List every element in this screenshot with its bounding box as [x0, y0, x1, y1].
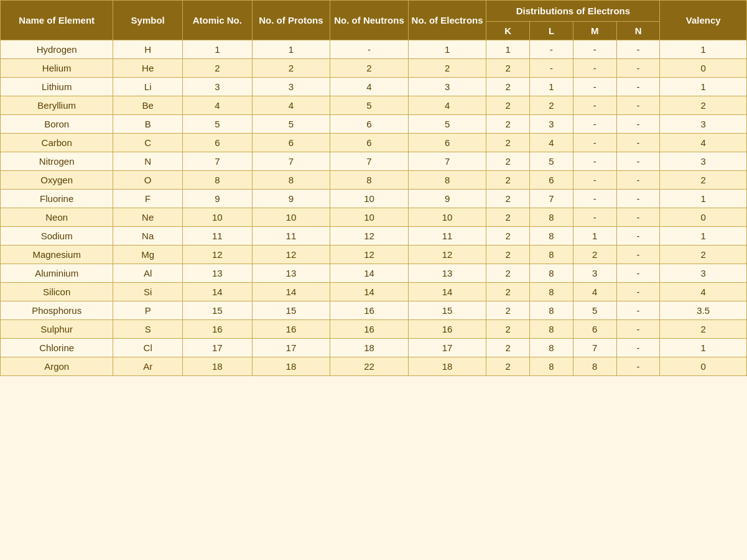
- cell-protons: 12: [252, 246, 330, 264]
- cell-atomic: 1: [183, 40, 253, 59]
- header-k: K: [486, 22, 530, 40]
- cell-k: 2: [486, 208, 530, 227]
- table-row: ChlorineCl17171817287-1: [1, 339, 747, 357]
- cell-valency: 0: [660, 59, 747, 78]
- cell-name: Fluorine: [1, 190, 113, 208]
- cell-electrons: 5: [408, 115, 486, 134]
- cell-symbol: Be: [113, 96, 183, 115]
- header-atomic-no: Atomic No.: [183, 1, 253, 40]
- cell-valency: 0: [660, 208, 747, 227]
- table-row: PhosphorusP15151615285-3.5: [1, 301, 747, 320]
- cell-electrons: 16: [408, 320, 486, 339]
- cell-n: -: [616, 339, 660, 357]
- cell-name: Neon: [1, 208, 113, 227]
- cell-m: -: [573, 190, 616, 208]
- cell-neutrons: 2: [330, 59, 409, 78]
- cell-electrons: 15: [408, 301, 486, 320]
- table-row: HydrogenH11-11---1: [1, 40, 747, 59]
- cell-atomic: 6: [183, 134, 253, 152]
- cell-atomic: 8: [183, 171, 253, 190]
- cell-symbol: Ar: [113, 357, 183, 376]
- cell-name: Magnesium: [1, 246, 113, 264]
- header-protons: No. of Protons: [252, 1, 330, 40]
- cell-l: 5: [530, 152, 573, 171]
- cell-n: -: [616, 40, 660, 59]
- cell-symbol: H: [113, 40, 183, 59]
- cell-m: -: [573, 59, 616, 78]
- cell-symbol: O: [113, 171, 183, 190]
- cell-protons: 16: [252, 320, 330, 339]
- cell-electrons: 7: [408, 152, 486, 171]
- cell-k: 2: [486, 357, 530, 376]
- cell-valency: 3: [660, 152, 747, 171]
- cell-m: 3: [573, 264, 616, 283]
- cell-valency: 4: [660, 283, 747, 301]
- cell-neutrons: 14: [330, 283, 409, 301]
- cell-l: 8: [530, 301, 573, 320]
- cell-m: -: [573, 134, 616, 152]
- cell-k: 2: [486, 59, 530, 78]
- cell-name: Lithium: [1, 78, 113, 96]
- cell-m: 6: [573, 320, 616, 339]
- cell-name: Phosphorus: [1, 301, 113, 320]
- cell-atomic: 13: [183, 264, 253, 283]
- cell-k: 2: [486, 115, 530, 134]
- elements-table: Name of Element Symbol Atomic No. No. of…: [0, 0, 747, 376]
- cell-protons: 15: [252, 301, 330, 320]
- cell-protons: 4: [252, 96, 330, 115]
- cell-symbol: P: [113, 301, 183, 320]
- cell-k: 2: [486, 301, 530, 320]
- cell-n: -: [616, 227, 660, 246]
- cell-valency: 1: [660, 190, 747, 208]
- cell-protons: 6: [252, 134, 330, 152]
- cell-m: -: [573, 208, 616, 227]
- cell-neutrons: 12: [330, 227, 409, 246]
- cell-l: 8: [530, 283, 573, 301]
- cell-k: 2: [486, 283, 530, 301]
- cell-name: Nitrogen: [1, 152, 113, 171]
- cell-name: Aluminium: [1, 264, 113, 283]
- table-row: OxygenO888826--2: [1, 171, 747, 190]
- cell-k: 2: [486, 134, 530, 152]
- cell-valency: 4: [660, 134, 747, 152]
- cell-k: 2: [486, 171, 530, 190]
- cell-l: -: [530, 40, 573, 59]
- cell-l: 4: [530, 134, 573, 152]
- cell-atomic: 7: [183, 152, 253, 171]
- cell-n: -: [616, 134, 660, 152]
- table-row: MagnesiumMg12121212282-2: [1, 246, 747, 264]
- table-row: NitrogenN777725--3: [1, 152, 747, 171]
- cell-m: -: [573, 78, 616, 96]
- cell-m: -: [573, 171, 616, 190]
- cell-symbol: B: [113, 115, 183, 134]
- cell-m: 8: [573, 357, 616, 376]
- cell-k: 2: [486, 190, 530, 208]
- cell-atomic: 17: [183, 339, 253, 357]
- cell-m: -: [573, 40, 616, 59]
- cell-l: 8: [530, 320, 573, 339]
- cell-protons: 9: [252, 190, 330, 208]
- cell-neutrons: 6: [330, 115, 409, 134]
- cell-electrons: 3: [408, 78, 486, 96]
- cell-l: 8: [530, 339, 573, 357]
- header-electrons: No. of Electrons: [408, 1, 486, 40]
- cell-valency: 1: [660, 78, 747, 96]
- cell-l: 8: [530, 357, 573, 376]
- cell-neutrons: 7: [330, 152, 409, 171]
- cell-n: -: [616, 264, 660, 283]
- cell-n: -: [616, 96, 660, 115]
- cell-atomic: 11: [183, 227, 253, 246]
- cell-symbol: Ne: [113, 208, 183, 227]
- cell-l: 6: [530, 171, 573, 190]
- cell-electrons: 17: [408, 339, 486, 357]
- table-row: BoronB556523--3: [1, 115, 747, 134]
- header-neutrons: No. of Neutrons: [330, 1, 409, 40]
- table-row: FluorineF9910927--1: [1, 190, 747, 208]
- cell-n: -: [616, 283, 660, 301]
- header-n: N: [616, 22, 660, 40]
- cell-valency: 3: [660, 264, 747, 283]
- cell-l: 2: [530, 96, 573, 115]
- cell-protons: 2: [252, 59, 330, 78]
- cell-m: 5: [573, 301, 616, 320]
- cell-valency: 1: [660, 227, 747, 246]
